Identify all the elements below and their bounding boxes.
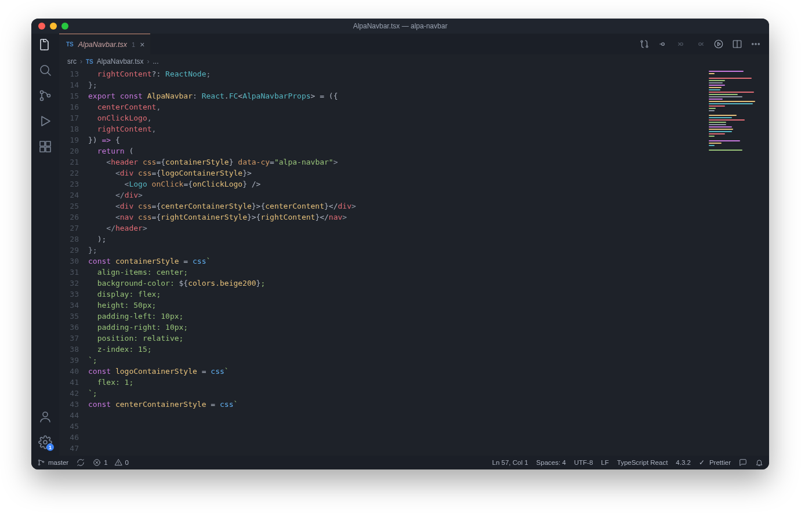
more-actions-icon[interactable] — [751, 39, 761, 49]
typescript-icon: TS — [66, 41, 74, 48]
typescript-version-status[interactable]: 4.3.2 — [676, 459, 691, 466]
minimap[interactable] — [705, 68, 769, 456]
search-icon[interactable] — [38, 63, 53, 78]
svg-rect-5 — [46, 141, 50, 146]
run-debug-icon[interactable] — [38, 114, 53, 129]
svg-point-8 — [43, 412, 48, 417]
explorer-icon[interactable] — [38, 37, 53, 52]
svg-rect-6 — [40, 147, 45, 152]
status-bar: master 10 Ln 57, Col 1 Spaces: 4 UTF-8 L… — [31, 456, 769, 469]
zoom-window-button[interactable] — [61, 23, 68, 30]
breadcrumb-folder[interactable]: src — [67, 57, 77, 65]
tab-filename: AlpaNavbar.tsx — [78, 41, 127, 49]
svg-point-12 — [662, 43, 665, 46]
code-content[interactable]: rightContent?: ReactNode;};export const … — [88, 68, 769, 456]
svg-point-18 — [755, 43, 756, 45]
chevron-right-icon: › — [147, 57, 150, 65]
svg-point-13 — [680, 43, 683, 46]
split-editor-icon[interactable] — [732, 39, 742, 49]
svg-point-9 — [44, 440, 47, 444]
svg-rect-7 — [46, 147, 50, 152]
settings-badge: 1 — [46, 443, 54, 451]
git-branch-status[interactable]: master — [37, 458, 68, 467]
title-bar: AlpaNavbar.tsx — alpa-navbar — [31, 19, 769, 34]
compare-changes-icon[interactable] — [639, 39, 650, 49]
revert-prev-icon[interactable] — [658, 39, 668, 49]
traffic-lights — [31, 23, 68, 30]
feedback-icon[interactable] — [739, 458, 747, 467]
eol-status[interactable]: LF — [601, 459, 608, 466]
svg-point-19 — [758, 43, 759, 45]
tab-bar: TS AlpaNavbar.tsx 1 × — [59, 34, 769, 54]
minimize-window-button[interactable] — [50, 23, 57, 30]
editor-toolbar — [639, 39, 769, 49]
svg-point-15 — [715, 40, 723, 48]
close-tab-icon[interactable]: × — [140, 40, 144, 49]
typescript-icon: TS — [86, 59, 93, 65]
vscode-window: AlpaNavbar.tsx — alpa-navbar 1 TS AlpaNa… — [31, 19, 769, 469]
close-window-button[interactable] — [38, 23, 45, 30]
breadcrumbs[interactable]: src › TS AlpaNavbar.tsx › ... — [59, 54, 769, 68]
settings-gear-icon[interactable]: 1 — [38, 435, 53, 450]
code-editor[interactable]: 1314151617181920212223242526272829303132… — [59, 68, 769, 456]
arrow-left-icon[interactable] — [676, 39, 687, 49]
prettier-status[interactable]: Prettier — [699, 458, 731, 467]
notifications-bell-icon[interactable] — [755, 458, 763, 467]
sync-icon[interactable] — [77, 458, 85, 467]
svg-rect-4 — [40, 141, 45, 146]
source-control-icon[interactable] — [38, 88, 53, 103]
activity-bar: 1 — [31, 34, 59, 456]
tab-problem-count: 1 — [132, 41, 135, 48]
accounts-icon[interactable] — [38, 409, 53, 424]
chevron-right-icon: › — [80, 57, 82, 65]
window-title: AlpaNavbar.tsx — alpa-navbar — [353, 22, 448, 30]
arrow-right-icon[interactable] — [695, 39, 705, 49]
encoding-status[interactable]: UTF-8 — [574, 459, 593, 466]
problems-status[interactable]: 10 — [93, 458, 129, 467]
cursor-position-status[interactable]: Ln 57, Col 1 — [492, 459, 528, 466]
indentation-status[interactable]: Spaces: 4 — [536, 459, 566, 466]
breadcrumb-symbol[interactable]: ... — [153, 57, 159, 65]
editor-tab[interactable]: TS AlpaNavbar.tsx 1 × — [59, 34, 150, 54]
line-number-gutter: 1314151617181920212223242526272829303132… — [59, 68, 88, 456]
extensions-icon[interactable] — [38, 139, 53, 154]
run-file-icon[interactable] — [713, 39, 724, 49]
svg-point-17 — [752, 43, 753, 45]
breadcrumb-file[interactable]: AlpaNavbar.tsx — [97, 57, 144, 65]
language-mode-status[interactable]: TypeScript React — [617, 459, 668, 466]
svg-point-14 — [699, 43, 702, 46]
